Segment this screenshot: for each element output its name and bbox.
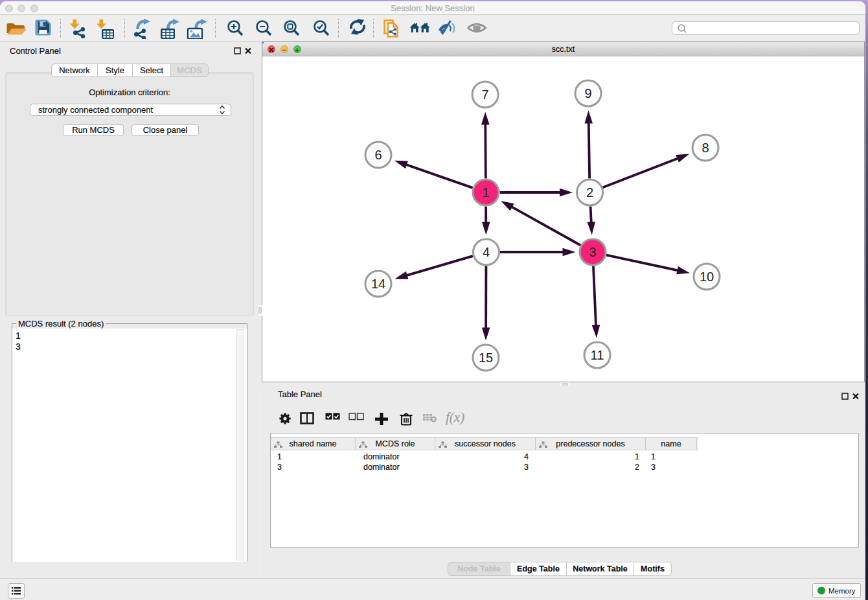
- svg-text:10: 10: [700, 270, 714, 284]
- svg-text:14: 14: [371, 277, 385, 291]
- svg-text:6: 6: [374, 148, 382, 162]
- svg-text:4: 4: [483, 245, 490, 259]
- svg-text:1: 1: [482, 185, 489, 200]
- svg-text:9: 9: [584, 86, 591, 100]
- svg-text:3: 3: [589, 245, 596, 259]
- svg-text:2: 2: [586, 185, 593, 200]
- svg-text:15: 15: [479, 351, 493, 365]
- svg-text:Memory: Memory: [828, 587, 856, 595]
- svg-text:8: 8: [702, 141, 709, 155]
- svg-text:7: 7: [481, 87, 488, 102]
- svg-text:11: 11: [591, 348, 604, 362]
